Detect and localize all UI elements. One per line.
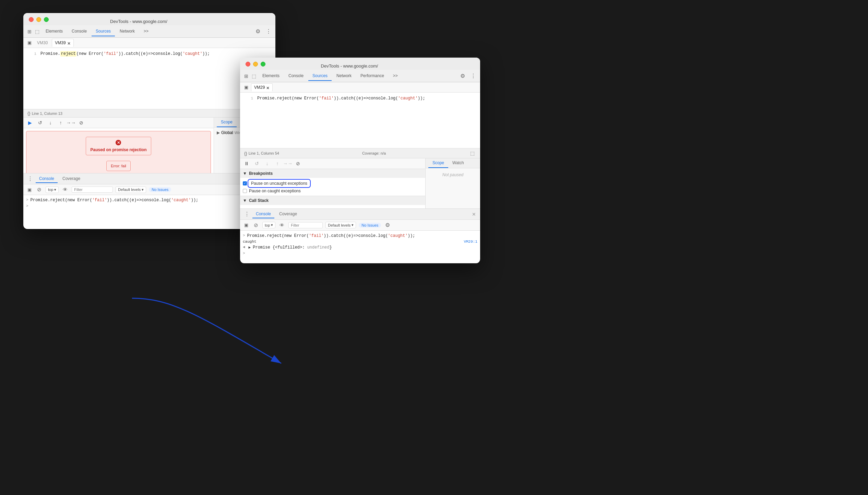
inspect-icon-2[interactable]: ⬚	[250, 73, 258, 80]
coverage-2: Coverage: n/a	[362, 151, 386, 155]
arrow-path	[132, 298, 281, 363]
step-over-btn-1[interactable]: ↺	[36, 119, 44, 126]
bp-checkbox-2-1[interactable]: ✓	[243, 181, 247, 185]
devtools-tabs-1: ⊞ ⬚ Elements Console Sources Network >> …	[23, 25, 275, 38]
left-panel-2: ⏸ ↺ ↓ ↑ →→ ⊘ ▼ Breakpoints ✓	[240, 158, 425, 208]
close-console-2[interactable]: ✕	[471, 211, 477, 218]
console-dots-2[interactable]: ⋮	[243, 210, 251, 218]
deactivate-btn-1[interactable]: ⊘	[78, 119, 85, 126]
tab-console-1[interactable]: Console	[68, 27, 91, 36]
dock-icon-1[interactable]: ⊞	[26, 28, 33, 35]
callstack-header-2[interactable]: ▼ Call Stack	[240, 196, 425, 205]
eye-icon-2[interactable]: 👁	[278, 222, 286, 229]
breakpoints-section-2: ▼ Breakpoints ✓ Pause on uncaught except…	[240, 169, 425, 196]
file-tabs-2: ▣ VM29 ✕	[240, 82, 480, 93]
step-btn-1[interactable]: →→	[67, 119, 75, 126]
code-line-2: 1 Promise.reject(new Error('fail')).catc…	[240, 95, 480, 101]
close-tab-vm39[interactable]: ✕	[67, 41, 71, 45]
console-line-promise-2: ◄ ▶ Promise {<fulfilled>: undefined}	[243, 244, 477, 251]
code-highlight-reject: reject	[60, 51, 76, 57]
console-line-input-1: > Promise.reject(new Error('fail')).catc…	[26, 197, 273, 203]
eye-icon-1[interactable]: 👁	[61, 186, 69, 193]
issues-badge-1: No Issues	[149, 187, 171, 192]
console-tab-coverage-1[interactable]: Coverage	[59, 175, 84, 183]
step-into-btn-1[interactable]: ↓	[47, 119, 54, 126]
dock-icon-2[interactable]: ⊞	[243, 73, 250, 80]
settings-icon-2[interactable]: ⚙	[459, 72, 466, 80]
not-paused-stack-2: Not paused	[240, 205, 425, 208]
main-panels-2: ⏸ ↺ ↓ ↑ →→ ⊘ ▼ Breakpoints ✓	[240, 158, 480, 208]
more-icon-2[interactable]: ⋮	[469, 72, 477, 80]
context-dropdown-1[interactable]: top ▾	[46, 186, 59, 193]
close-tab-vm29[interactable]: ✕	[266, 86, 270, 89]
tab-sources-1[interactable]: Sources	[92, 27, 115, 36]
sidebar-icon-1[interactable]: ▣	[26, 39, 33, 46]
sidebar-icon-2[interactable]: ▣	[243, 84, 250, 90]
tab-performance-2[interactable]: Performance	[356, 71, 388, 81]
pause-btn-2[interactable]: ⏸	[243, 160, 250, 167]
step-btn-2[interactable]: →→	[284, 160, 292, 167]
step-into-btn-2[interactable]: ↓	[263, 160, 271, 167]
levels-dropdown-1[interactable]: Default levels ▾	[116, 186, 146, 193]
scope-tab-2[interactable]: Scope	[428, 158, 448, 168]
callstack-section-2: ▼ Call Stack Not paused	[240, 196, 425, 208]
console-line-empty-1: >	[26, 203, 273, 209]
console-tab-console-2[interactable]: Console	[252, 210, 274, 218]
bp-checkbox-2-2[interactable]	[243, 189, 247, 193]
status-bar-2: {} Line 1, Column 54 Coverage: n/a ⬚	[240, 148, 480, 158]
settings-console-2[interactable]: ⚙	[384, 221, 391, 229]
context-dropdown-2[interactable]: top ▾	[262, 222, 275, 228]
window-title-1: DevTools - www.google.com/	[28, 19, 249, 24]
tab-console-2[interactable]: Console	[284, 71, 308, 81]
clear-console-icon-2[interactable]: ⊘	[252, 221, 260, 229]
status-position-1: {} Line 1, Column 13	[27, 111, 62, 116]
inspect-icon-1[interactable]: ⬚	[34, 28, 41, 35]
status-position-2: {} Line 1, Column 54	[244, 151, 279, 156]
watch-tab-2[interactable]: Watch	[448, 158, 468, 168]
tab-network-1[interactable]: Network	[116, 27, 139, 36]
tab-more-2[interactable]: >>	[389, 71, 402, 81]
file-tab-vm30[interactable]: VM30	[34, 39, 50, 47]
file-tab-vm39[interactable]: VM39 ✕	[52, 39, 73, 47]
step-out-btn-2[interactable]: ↑	[274, 160, 281, 167]
vm29-link[interactable]: VM29:1	[464, 240, 477, 244]
step-over-btn-2[interactable]: ↺	[253, 160, 261, 167]
filter-input-1[interactable]	[72, 186, 113, 193]
console-line-empty-2: >	[243, 251, 477, 256]
sidebar-console-icon-2[interactable]: ▣	[243, 222, 250, 228]
step-out-btn-1[interactable]: ↑	[57, 119, 64, 126]
titlebar-2: DevTools - www.google.com/	[240, 58, 480, 70]
window-title-2: DevTools - www.google.com/	[245, 63, 454, 69]
more-icon-1[interactable]: ⋮	[264, 27, 273, 35]
console-section-1: ⋮ Console Coverage ▣ ⊘ top ▾ 👁 Default l…	[23, 173, 275, 229]
scope-tab-1[interactable]: Scope	[217, 118, 237, 127]
breakpoints-header-2[interactable]: ▼ Breakpoints	[240, 169, 425, 178]
devtools-tabs-2: ⊞ ⬚ Elements Console Sources Network Per…	[240, 70, 480, 82]
file-tab-vm29[interactable]: VM29 ✕	[251, 83, 273, 92]
filter-input-2[interactable]	[288, 222, 323, 228]
coverage-icon-2[interactable]: ⬚	[469, 150, 476, 157]
console-dots-1[interactable]: ⋮	[26, 175, 34, 183]
sidebar-console-icon-1[interactable]: ▣	[26, 186, 33, 193]
levels-dropdown-2[interactable]: Default levels ▾	[325, 222, 356, 228]
settings-icon-1[interactable]: ⚙	[254, 27, 262, 35]
console-line-input-2: > Promise.reject(new Error('fail')).catc…	[243, 233, 477, 239]
tab-elements-2[interactable]: Elements	[258, 71, 284, 81]
issues-badge-2: No Issues	[359, 223, 381, 228]
deactivate-btn-2[interactable]: ⊘	[294, 160, 302, 167]
left-panel-1: ▶ ↺ ↓ ↑ →→ ⊘ ✕ Paused on promise rejecti…	[23, 118, 214, 173]
paused-detail-1: Error: fail	[106, 161, 131, 171]
console-tab-coverage-2[interactable]: Coverage	[276, 210, 300, 218]
clear-console-icon-1[interactable]: ⊘	[36, 186, 43, 193]
debug-toolbar-1: ▶ ↺ ↓ ↑ →→ ⊘	[23, 118, 214, 128]
tab-more-1[interactable]: >>	[140, 27, 153, 36]
tab-elements-1[interactable]: Elements	[41, 27, 67, 36]
tab-network-2[interactable]: Network	[332, 71, 356, 81]
tab-sources-2[interactable]: Sources	[308, 71, 332, 81]
bp-label-2-2: Pause on caught exceptions	[249, 189, 301, 193]
console-toolbar-1: ▣ ⊘ top ▾ 👁 Default levels ▾ No Issues	[23, 184, 275, 195]
resume-btn-1[interactable]: ▶	[26, 119, 34, 126]
devtools-window-1: DevTools - www.google.com/ ⊞ ⬚ Elements …	[23, 13, 275, 229]
console-tab-console-1[interactable]: Console	[36, 175, 58, 183]
bp-label-2-1: Pause on uncaught exceptions	[249, 180, 309, 186]
